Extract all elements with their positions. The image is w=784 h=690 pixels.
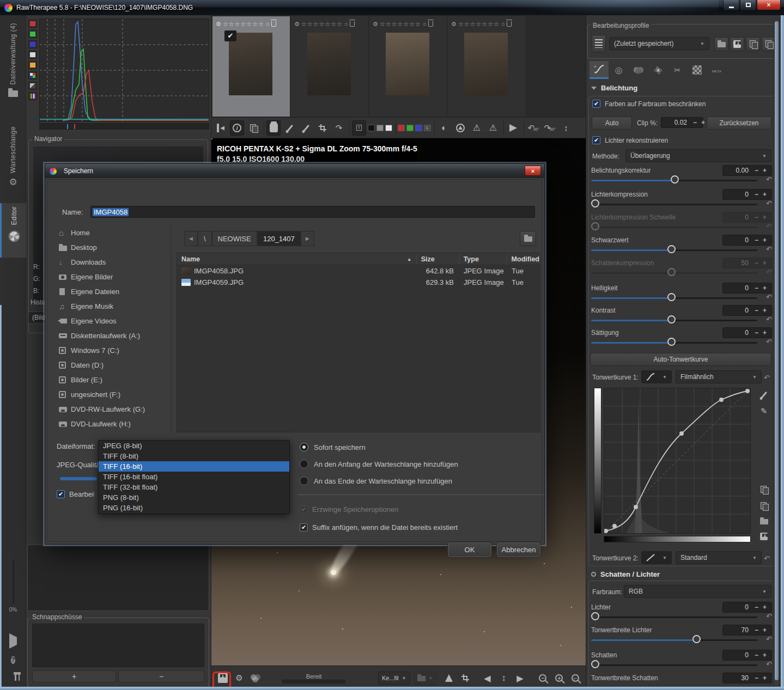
crop-tool-button[interactable] <box>315 120 330 136</box>
rotate-left-button[interactable]: ↶90° <box>526 120 540 136</box>
suffix-checkbox[interactable]: ✔ Suffix anfügen, wenn die Datei bereits… <box>300 523 458 532</box>
histogram-luma-toggle[interactable] <box>28 51 37 59</box>
history-list[interactable] <box>27 545 209 611</box>
send-to-editor-button[interactable] <box>248 670 263 686</box>
table-row[interactable]: IMGP4059.JPG 629.3 kB JPEG Image Tue <box>177 277 540 288</box>
before-after-view-button[interactable] <box>506 120 520 136</box>
jpeg-quality-slider[interactable] <box>60 477 97 480</box>
value-spinner[interactable]: 50−+ <box>722 258 772 268</box>
place-drive-d[interactable]: Daten (D:) <box>56 358 171 373</box>
hide-panel-button[interactable]: ◀ <box>214 120 228 136</box>
slider[interactable]: ↶ <box>591 316 772 325</box>
slider[interactable]: ↶ <box>591 176 772 185</box>
rating-stars[interactable]: ☆☆☆☆☆☆☆ <box>458 21 500 28</box>
histogram-chroma-toggle[interactable] <box>28 61 37 69</box>
next-image-button[interactable]: ▶ <box>513 670 527 686</box>
sync-button[interactable]: ↕ <box>496 670 510 686</box>
save-profile-checkbox[interactable]: ✔ Bearbeitungsprofil <box>57 490 94 498</box>
value-spinner[interactable]: 0−+ <box>722 283 772 294</box>
trash-icon[interactable] <box>507 21 512 27</box>
slider[interactable]: ↶ <box>591 223 772 232</box>
filmstrip-thumbnail-2[interactable]: ⚙ ☆☆☆☆☆☆☆ ○ <box>291 16 368 117</box>
minimize-button[interactable] <box>723 0 739 10</box>
close-button[interactable]: × <box>757 0 781 10</box>
thumbnail-image[interactable]: ✔ <box>229 33 272 95</box>
breadcrumb-parent-button[interactable]: NEOWISE <box>212 231 257 246</box>
minus-icon[interactable]: − <box>691 119 699 126</box>
value-spinner[interactable]: 0.00−+ <box>722 165 772 176</box>
force-options-checkbox[interactable]: ✔ Erzwinge Speicheroptionen <box>300 505 398 514</box>
straighten-tool-button[interactable]: ↷ <box>332 120 346 136</box>
flip-button[interactable]: ↕ <box>559 120 573 136</box>
curve2-type-dropdown[interactable]: ▼ <box>641 551 672 564</box>
breadcrumb-current-button[interactable]: 120_1407 <box>257 231 301 246</box>
undo-icon[interactable]: ↶ <box>766 612 772 620</box>
rating-stars[interactable]: ☆☆☆☆☆☆☆ <box>223 21 264 28</box>
format-option[interactable]: JPEG (8-bit) <box>99 441 289 451</box>
curve-load-button[interactable] <box>757 515 770 527</box>
place-dvd-rw-g[interactable]: DVD-RW-Laufwerk (G:) <box>56 402 171 417</box>
histogram-green-toggle[interactable] <box>28 30 37 38</box>
slider[interactable]: ↶ <box>591 339 772 347</box>
enable-toggle-icon[interactable] <box>591 572 596 577</box>
white-balance-picker-button[interactable] <box>283 120 297 136</box>
pick-shortcut-button[interactable] <box>458 670 472 686</box>
new-folder-button[interactable] <box>520 231 536 246</box>
place-desktop[interactable]: Desktop <box>56 240 171 255</box>
breadcrumb-back-button[interactable]: ◀ <box>184 231 198 246</box>
bg-white-swatch[interactable] <box>385 125 392 131</box>
tab-file-browser[interactable]: Dateiverwaltung (4) <box>0 20 26 118</box>
curve2-preset-dropdown[interactable]: Standard ▼ <box>676 551 762 564</box>
slider[interactable]: ↶ <box>591 200 772 209</box>
undo-icon[interactable]: ↶ <box>766 175 772 184</box>
format-option-selected[interactable]: TIFF (16-bit) <box>99 461 289 472</box>
tab-exposure[interactable]: +− <box>589 61 609 79</box>
thumb-gear-icon[interactable]: ⚙ <box>373 21 378 28</box>
zoom-fit-button[interactable]: ⌐ <box>568 670 582 686</box>
undo-icon[interactable]: ↶ <box>766 268 772 276</box>
profile-load-button[interactable] <box>714 37 728 51</box>
window-titlebar[interactable]: RawTherapee 5.8 - F:\NEOWISE\120_1407\IM… <box>0 0 784 15</box>
profile-copy-button[interactable] <box>746 37 760 51</box>
curve1-preset-dropdown[interactable]: Filmähnlich ▼ <box>676 370 762 383</box>
place-documents[interactable]: Eigene Dateien <box>56 284 171 299</box>
tab-color[interactable] <box>629 61 648 79</box>
histogram-panel[interactable] <box>39 19 209 122</box>
value-spinner[interactable]: 0−+ <box>722 235 772 246</box>
auto-levels-button[interactable]: Auto <box>592 117 632 130</box>
slider[interactable]: ↶ <box>591 661 772 670</box>
dialog-close-button[interactable]: × <box>525 166 541 176</box>
channel-green-swatch[interactable] <box>406 125 414 131</box>
curve1-type-dropdown[interactable]: ▼ <box>641 370 672 383</box>
column-modified[interactable]: Modified <box>507 253 540 265</box>
place-videos[interactable]: Eigene Videos <box>56 314 171 328</box>
filename-input[interactable]: IMGP4058 <box>90 206 535 218</box>
tab-metadata[interactable]: META <box>707 61 726 79</box>
trash-icon[interactable] <box>271 21 276 27</box>
gamut-check-button[interactable] <box>453 120 467 136</box>
value-spinner[interactable]: 0−+ <box>722 305 772 316</box>
tab-detail[interactable]: ◎ <box>609 61 628 79</box>
unrated-icon[interactable]: ○ <box>501 21 505 27</box>
thumbnail-image[interactable] <box>307 33 351 95</box>
value-spinner[interactable]: 70−+ <box>722 625 772 636</box>
exposure-section-header[interactable]: Belichtung <box>591 84 637 92</box>
snapshot-remove-button[interactable]: − <box>118 670 204 682</box>
previous-image-button[interactable]: ◀ <box>480 670 494 686</box>
thumbnail-image[interactable] <box>464 33 508 95</box>
color-picker-button[interactable] <box>299 120 313 136</box>
profile-quick-dropdown[interactable]: ▼ <box>414 671 437 685</box>
slider[interactable]: ↶ <box>591 294 772 303</box>
save-image-button[interactable] <box>216 670 230 686</box>
bg-theme-button[interactable]: T <box>352 120 366 136</box>
histogram-red-toggle[interactable] <box>28 20 37 28</box>
zoom-out-button[interactable]: − <box>536 670 550 686</box>
slider[interactable]: ↶ <box>591 269 772 278</box>
clip-gamut-checkbox[interactable]: ✔ Farben auf Farbraum beschränken <box>592 100 706 108</box>
plus-icon[interactable]: + <box>699 119 707 126</box>
format-option[interactable]: PNG (16-bit) <box>99 503 289 513</box>
undo-icon[interactable]: ↶ <box>766 293 772 301</box>
curve-paste-button[interactable] <box>757 500 770 512</box>
reset-button[interactable]: Zurücksetzen <box>707 117 771 130</box>
info-button[interactable]: i <box>230 120 244 136</box>
